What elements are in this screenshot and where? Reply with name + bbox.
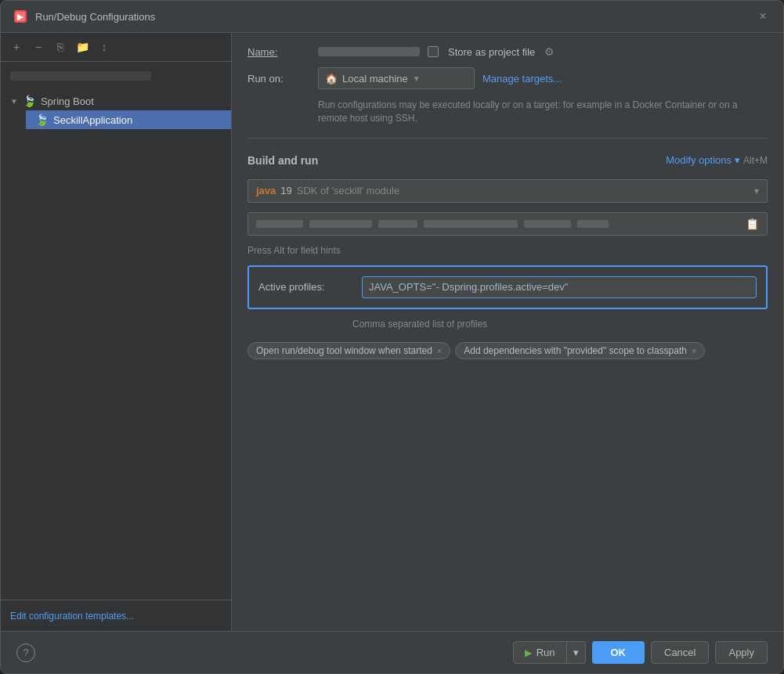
sdk-select[interactable]: java 19 SDK of 'seckill' module ▾ — [247, 179, 768, 203]
action-buttons: ▶ Run ▾ OK Cancel Apply — [513, 641, 768, 664]
run-label: Run — [537, 647, 555, 658]
dialog-title: Run/Debug Configurations — [35, 11, 747, 23]
app-icon: ▶ — [13, 9, 27, 23]
sdk-detail: SDK of 'seckill' module — [297, 185, 399, 196]
store-row: Store as project file ⚙ — [428, 45, 555, 58]
right-panel: Name: Store as project file ⚙ Run on: 🏠 … — [232, 33, 783, 631]
chip-close-2[interactable]: × — [692, 346, 696, 355]
spring-boot-group: ▼ 🍃 Spring Boot 🍃 SeckillApplication — [1, 90, 231, 131]
help-button[interactable]: ? — [16, 643, 35, 662]
modify-options-label: Modify options — [666, 154, 732, 166]
chip-add-dependencies: Add dependencies with "provided" scope t… — [455, 342, 705, 359]
active-profiles-section: Active profiles: — [247, 265, 768, 309]
seckill-app-tree-item[interactable]: 🍃 SeckillApplication — [26, 110, 231, 129]
local-machine-select[interactable]: 🏠 Local machine ▼ — [318, 67, 475, 89]
seckill-app-label: SeckillApplication — [53, 114, 132, 126]
spring-boot-icon: 🍃 — [23, 95, 36, 107]
copy-icon[interactable]: 📋 — [746, 218, 759, 230]
chip-label-1: Open run/debug tool window when started — [256, 345, 432, 356]
sort-config-button[interactable]: ↕ — [95, 38, 114, 56]
chevron-down-icon: ▼ — [10, 97, 18, 106]
main-content: + − ⎘ 📁 ↕ ▼ 🍃 Spring Boot — [1, 33, 783, 631]
chevron-down-icon: ▼ — [413, 74, 421, 83]
bottom-bar: ? ▶ Run ▾ OK Cancel Apply — [1, 631, 783, 673]
modify-options-button[interactable]: Modify options ▾ Alt+M — [666, 154, 768, 166]
home-icon: 🏠 — [325, 73, 338, 85]
run-on-label: Run on: — [247, 73, 310, 85]
chip-label-2: Add dependencies with "provided" scope t… — [464, 345, 687, 356]
ok-button[interactable]: OK — [592, 641, 645, 664]
cancel-button[interactable]: Cancel — [651, 641, 709, 664]
active-profiles-input[interactable] — [362, 276, 757, 298]
run-button-group: ▶ Run ▾ — [513, 641, 586, 664]
name-row: Name: Store as project file ⚙ — [247, 45, 768, 58]
press-alt-hint: Press Alt for field hints — [247, 245, 768, 256]
name-value-blurred — [318, 47, 420, 56]
spring-boot-tree-item[interactable]: ▼ 🍃 Spring Boot — [1, 92, 231, 110]
build-run-title: Build and run — [247, 154, 318, 167]
svg-text:▶: ▶ — [17, 13, 24, 21]
run-on-row: Run on: 🏠 Local machine ▼ Manage targets… — [247, 67, 768, 89]
title-bar: ▶ Run/Debug Configurations × — [1, 1, 783, 33]
close-button[interactable]: × — [755, 9, 771, 24]
chips-row: Open run/debug tool window when started … — [247, 342, 768, 359]
remove-config-button[interactable]: − — [29, 38, 48, 56]
edit-templates-link[interactable]: Edit configuration templates... — [10, 611, 134, 622]
spring-boot-label: Spring Boot — [41, 96, 94, 107]
edit-templates-link-area: Edit configuration templates... — [1, 600, 231, 631]
name-label: Name: — [247, 46, 310, 58]
store-checkbox[interactable] — [428, 46, 439, 57]
seckill-app-icon: 🍃 — [35, 114, 49, 126]
tree-child: 🍃 SeckillApplication — [1, 110, 231, 129]
chevron-down-icon: ▾ — [735, 154, 740, 166]
run-play-icon: ▶ — [525, 647, 532, 658]
divider-1 — [247, 138, 768, 139]
chevron-down-icon: ▾ — [754, 186, 759, 196]
apply-button[interactable]: Apply — [715, 641, 768, 664]
sdk-java-keyword: java — [256, 185, 276, 196]
chip-open-run-debug: Open run/debug tool window when started … — [247, 342, 450, 359]
run-debug-dialog: ▶ Run/Debug Configurations × + − ⎘ 📁 ↕ — [0, 0, 784, 674]
gear-icon[interactable]: ⚙ — [544, 45, 555, 58]
run-hint-text: Run configurations may be executed local… — [247, 99, 768, 125]
add-config-button[interactable]: + — [7, 38, 26, 56]
modify-shortcut: Alt+M — [743, 155, 768, 166]
chip-close-1[interactable]: × — [437, 346, 442, 355]
run-button[interactable]: ▶ Run — [513, 641, 567, 664]
local-machine-text: Local machine — [342, 73, 408, 85]
manage-targets-link[interactable]: Manage targets... — [482, 73, 562, 85]
build-run-header: Build and run Modify options ▾ Alt+M — [247, 154, 768, 167]
folder-config-button[interactable]: 📁 — [73, 38, 92, 56]
config-tree: ▼ 🍃 Spring Boot 🍃 SeckillApplication — [1, 62, 231, 600]
classpath-row[interactable]: 📋 — [247, 212, 768, 236]
profiles-hint: Comma separated list of profiles — [247, 319, 768, 330]
run-dropdown-button[interactable]: ▾ — [567, 641, 586, 664]
left-panel: + − ⎘ 📁 ↕ ▼ 🍃 Spring Boot — [1, 33, 232, 631]
left-toolbar: + − ⎘ 📁 ↕ — [1, 33, 231, 62]
active-profiles-label: Active profiles: — [258, 281, 352, 293]
sdk-version: 19 — [280, 185, 291, 196]
copy-config-button[interactable]: ⎘ — [51, 38, 70, 56]
store-label: Store as project file — [448, 46, 535, 58]
tree-placeholder — [1, 65, 231, 90]
